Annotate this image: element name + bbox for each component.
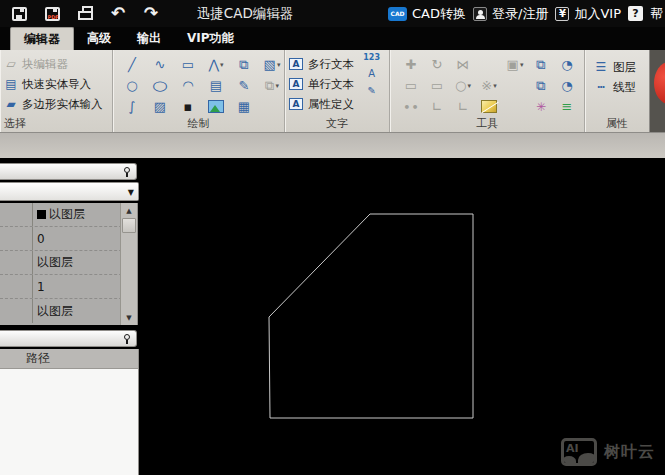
pencil-tool-button[interactable]: ✎ [230,75,258,96]
circle-tool-button[interactable]: ○ [118,75,146,96]
group-label-draw: 绘制 [113,116,284,131]
polygon-entity-input-button[interactable]: ▰ 多边形实体输入 [2,94,112,114]
ribbon: ▱ 块编辑器 ▤ 快速实体导入 ▰ 多边形实体输入 选择 ╱ ∿ ▭ ⋀▾ [0,50,665,132]
clipped-side-panel [649,50,665,132]
chevron-down-icon: ▾ [275,82,279,90]
spray-tool-button[interactable]: ※▾ [476,75,502,96]
scroll-down-button[interactable]: ▼ [121,311,137,324]
block-editor-button[interactable]: ▱ 块编辑器 [2,54,112,74]
print-button[interactable] [74,4,96,24]
pin-icon[interactable] [123,167,131,177]
rectangle-tool-button[interactable]: ▭ [174,54,202,75]
chamfer-tool-button[interactable] [476,96,502,117]
cad-convert-button[interactable]: CAD CAD转换 [388,5,466,23]
text-frame-tool-button[interactable]: ▤ [202,75,230,96]
point-style-button[interactable]: ∙∙ [398,96,424,117]
folder-icon: ▭ [405,78,417,93]
property-value: 0 [37,232,45,246]
help-partial-label: 帮 [650,5,663,23]
scroll-up-button[interactable]: ▲ [121,204,137,217]
tab-advanced[interactable]: 高级 [74,27,124,50]
sketch-tool-button[interactable]: ∿ [146,54,174,75]
ellipse-tool-button[interactable]: ○ [146,75,174,96]
ellipse-icon: ○ [152,78,168,93]
login-button[interactable]: 登录/注册 [473,5,548,23]
layer-button[interactable]: ☰ 图层 [594,57,649,77]
move-tool-button[interactable]: ✚ [398,54,424,75]
mirror-icon: ⋈ [457,57,470,72]
redo-button[interactable]: ↷ [140,4,162,24]
scale-tool-button[interactable]: ▣▾ [502,54,528,75]
insert-image-button[interactable] [202,96,230,117]
join-vip-button[interactable]: ¥ 加入VIP [555,5,621,23]
fillet-tool-button[interactable]: ∟ [450,96,476,117]
explode-tool-button[interactable]: ✳ [528,96,554,117]
point-tool-button[interactable]: ▪ [174,96,202,117]
text-frame-icon: ▤ [210,78,222,93]
tab-editor[interactable]: 编辑器 [10,27,74,50]
attribute-definition-label: 属性定义 [308,97,354,112]
table-row[interactable]: 0 [0,227,137,251]
folder-open-tool-button[interactable]: ▭ [424,75,450,96]
block-clock-button[interactable]: ◔ [554,54,580,75]
quick-entity-import-button[interactable]: ▤ 快速实体导入 [2,74,112,94]
tab-output[interactable]: 输出 [124,27,174,50]
table-row[interactable]: 以图层 [0,203,137,227]
quick-import-label: 快速实体导入 [22,77,91,92]
spellcheck-icon[interactable]: A [368,69,375,79]
paste-objects-button[interactable]: ⧉ [528,75,554,96]
table-row[interactable]: 以图层 [0,299,137,323]
menu-tab-bar: 编辑器 高级 输出 VIP功能 [0,27,665,50]
xref-tool-button[interactable]: ⧉▾ [258,75,286,96]
hatch-tool-button[interactable]: ▨ [146,96,174,117]
stamp-icon: ▧ [264,57,276,72]
save-button[interactable] [8,4,30,24]
history-clock-button[interactable]: ◔ [554,75,580,96]
tab-vip-features[interactable]: VIP功能 [174,27,247,50]
path-panel-header [0,330,137,347]
zoom-tool-button[interactable]: ○▾ [450,75,476,96]
insert-table-button[interactable]: ▦ [230,96,258,117]
line-tool-button[interactable]: ╱ [118,54,146,75]
save-pdf-button[interactable] [41,4,63,24]
arc-tool-button[interactable]: ◠ [174,75,202,96]
linetype-icon: ┅ [594,81,608,93]
rotate-tool-button[interactable]: ↻ [424,54,450,75]
attribute-definition-button[interactable]: A 属性定义 [289,94,389,114]
ai-logo-icon: AI [561,438,597,466]
copy-objects-button[interactable]: ⧉ [528,54,554,75]
multiline-text-label: 多行文本 [308,57,354,72]
numbering-icon[interactable]: 123 [363,54,380,62]
help-button[interactable]: ? [628,6,643,21]
linetype-button[interactable]: ┅ 线型 [594,77,649,97]
stamp-tool-button[interactable]: ▧▾ [258,54,286,75]
watermark: AI 树叶云 [561,438,655,466]
folder-tool-button[interactable]: ▭ [398,75,424,96]
scroll-thumb[interactable] [122,218,136,233]
pin-icon[interactable] [123,334,131,344]
undo-button[interactable]: ↶ [107,4,129,24]
login-label: 登录/注册 [492,5,548,23]
clock-icon: ◔ [561,78,572,93]
block-copy-icon: ⧉ [239,57,248,73]
spline-tool-button[interactable]: ∫ [118,96,146,117]
layer-dropdown[interactable]: ▼ [0,182,139,201]
scale-icon: ▣ [507,57,519,72]
path-content-area[interactable] [0,369,139,475]
printer-icon [78,11,93,20]
block-copy-tool-button[interactable]: ⧉ [230,54,258,75]
vertical-scrollbar[interactable]: ▲ ▼ [120,203,137,325]
mirror-tool-button[interactable]: ⋈ [450,54,476,75]
cad-convert-label: CAD转换 [412,5,466,23]
table-row[interactable]: 1 [0,275,137,299]
table-row[interactable]: 以图层 [0,251,137,275]
layer-manager-button[interactable]: ≡ [554,96,580,117]
red-tool-button[interactable] [654,62,665,104]
polyline-tool-button[interactable]: ⋀▾ [202,54,230,75]
edit-text-icon[interactable]: ✎ [367,86,375,96]
drawing-canvas[interactable] [141,158,665,475]
property-value: 以图层 [37,303,73,320]
title-bar: ↶ ↷ 迅捷CAD编辑器 CAD CAD转换 登录/注册 ¥ 加入VIP ? 帮 [0,0,665,27]
corner-tool-button[interactable]: ∟ [424,96,450,117]
polyline-shape [269,214,473,418]
